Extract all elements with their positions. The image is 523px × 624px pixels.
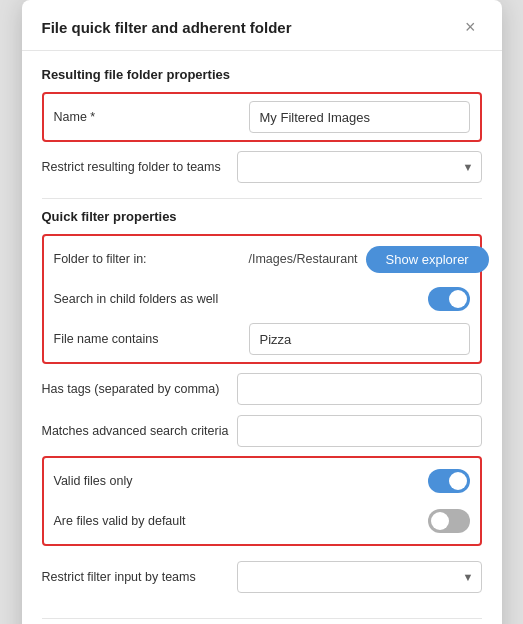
resulting-folder-section: Resulting file folder properties Name * …: [42, 67, 482, 184]
quick-filter-bordered-bottom: Valid files only Are files valid by defa…: [42, 456, 482, 546]
close-button[interactable]: ×: [459, 16, 482, 38]
file-name-label: File name contains: [54, 332, 249, 346]
dialog-header: File quick filter and adherent folder ×: [22, 0, 502, 51]
resulting-folder-title: Resulting file folder properties: [42, 67, 482, 82]
advanced-input[interactable]: [237, 415, 482, 447]
search-child-toggle-wrapper: [249, 287, 470, 311]
search-child-group: Search in child folders as well: [54, 282, 470, 316]
file-name-group: File name contains: [54, 322, 470, 356]
valid-files-toggle-wrapper: [249, 469, 470, 493]
name-input[interactable]: [249, 101, 470, 133]
quick-filter-bordered-top: Folder to filter in: /Images/Restaurant …: [42, 234, 482, 364]
divider-1: [42, 198, 482, 199]
advanced-group: Matches advanced search criteria: [42, 414, 482, 448]
folder-row: /Images/Restaurant Show explorer: [249, 246, 489, 273]
name-group: Name *: [54, 100, 470, 134]
quick-filter-section: Quick filter properties Folder to filter…: [42, 209, 482, 546]
restrict-folder-label: Restrict resulting folder to teams: [42, 160, 237, 174]
folder-path: /Images/Restaurant: [249, 252, 358, 266]
files-valid-default-slider: [428, 509, 470, 533]
dialog-body: Resulting file folder properties Name * …: [22, 51, 502, 618]
restrict-filter-select-wrapper: ▼: [237, 561, 482, 593]
dialog-title: File quick filter and adherent folder: [42, 19, 292, 36]
quick-filter-title: Quick filter properties: [42, 209, 482, 224]
search-child-label: Search in child folders as well: [54, 292, 249, 306]
files-valid-default-toggle-wrapper: [249, 509, 470, 533]
folder-filter-label: Folder to filter in:: [54, 252, 249, 266]
file-name-input[interactable]: [249, 323, 470, 355]
tags-input[interactable]: [237, 373, 482, 405]
tags-group: Has tags (separated by comma): [42, 372, 482, 406]
dialog-footer: Save quick filter folder: [22, 619, 502, 624]
valid-files-label: Valid files only: [54, 474, 249, 488]
valid-files-slider: [428, 469, 470, 493]
search-child-toggle[interactable]: [428, 287, 470, 311]
restrict-folder-select-wrapper: ▼: [237, 151, 482, 183]
restrict-folder-select[interactable]: [237, 151, 482, 183]
advanced-label: Matches advanced search criteria: [42, 424, 237, 438]
files-valid-default-group: Are files valid by default: [54, 504, 470, 538]
files-valid-default-toggle[interactable]: [428, 509, 470, 533]
restrict-filter-select[interactable]: [237, 561, 482, 593]
show-explorer-button[interactable]: Show explorer: [366, 246, 489, 273]
valid-files-toggle[interactable]: [428, 469, 470, 493]
files-valid-default-label: Are files valid by default: [54, 514, 249, 528]
valid-files-group: Valid files only: [54, 464, 470, 498]
dialog: File quick filter and adherent folder × …: [22, 0, 502, 624]
tags-label: Has tags (separated by comma): [42, 382, 237, 396]
restrict-filter-group: Restrict filter input by teams ▼: [42, 560, 482, 594]
restrict-folder-group: Restrict resulting folder to teams ▼: [42, 150, 482, 184]
folder-filter-group: Folder to filter in: /Images/Restaurant …: [54, 242, 470, 276]
restrict-filter-label: Restrict filter input by teams: [42, 570, 237, 584]
search-child-slider: [428, 287, 470, 311]
name-label: Name *: [54, 110, 249, 124]
name-row-bordered: Name *: [42, 92, 482, 142]
